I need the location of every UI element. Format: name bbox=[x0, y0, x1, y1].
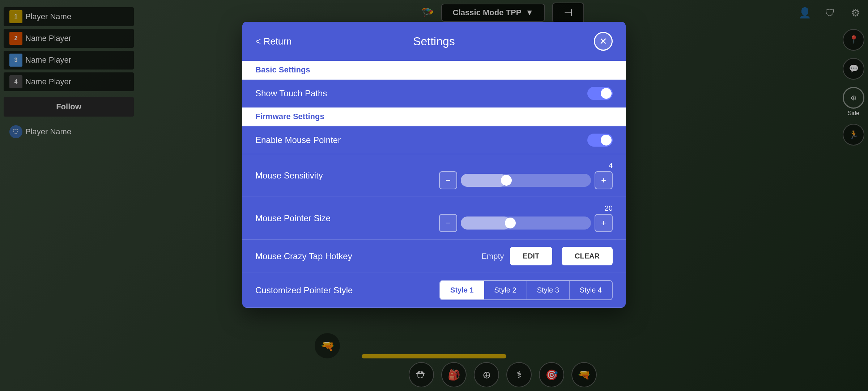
toggle-knob bbox=[601, 88, 612, 99]
slider-controls-sensitivity: − + bbox=[439, 171, 613, 189]
mouse-crazy-tap-label: Mouse Crazy Tap Hotkey bbox=[255, 251, 352, 261]
hotkey-controls: Empty EDIT CLEAR bbox=[481, 247, 613, 265]
size-slider-fill bbox=[461, 216, 510, 230]
mouse-pointer-size-label: Mouse Pointer Size bbox=[255, 213, 331, 223]
size-increase-button[interactable]: + bbox=[595, 214, 613, 232]
settings-modal: < Return Settings ✕ Basic Settings Show … bbox=[242, 22, 626, 308]
basic-settings-label: Basic Settings bbox=[242, 61, 626, 79]
mouse-pointer-size-value: 20 bbox=[439, 204, 613, 213]
pointer-style-label: Customized Pointer Style bbox=[255, 285, 353, 295]
mouse-toggle-knob bbox=[601, 135, 612, 146]
firmware-settings-label: Firmware Settings bbox=[242, 108, 626, 126]
close-button[interactable]: ✕ bbox=[594, 32, 613, 51]
show-touch-paths-row: Show Touch Paths bbox=[242, 80, 626, 108]
enable-mouse-pointer-toggle[interactable] bbox=[587, 134, 613, 147]
sensitivity-slider-thumb[interactable] bbox=[501, 175, 512, 186]
enable-mouse-pointer-label: Enable Mouse Pointer bbox=[255, 135, 341, 145]
modal-header: < Return Settings ✕ bbox=[242, 22, 626, 61]
show-touch-paths-toggle[interactable] bbox=[587, 87, 613, 100]
mouse-pointer-size-row: Mouse Pointer Size 20 − + bbox=[242, 197, 626, 240]
mouse-crazy-tap-row: Mouse Crazy Tap Hotkey Empty EDIT CLEAR bbox=[242, 240, 626, 273]
mouse-sensitivity-label: Mouse Sensitivity bbox=[255, 171, 323, 181]
modal-overlay: < Return Settings ✕ Basic Settings Show … bbox=[0, 0, 868, 391]
style-option-3[interactable]: Style 3 bbox=[527, 281, 570, 299]
pointer-style-row: Customized Pointer Style Style 1 Style 2… bbox=[242, 273, 626, 308]
sensitivity-decrease-button[interactable]: − bbox=[439, 171, 457, 189]
mouse-sensitivity-control: 4 − + bbox=[439, 161, 613, 189]
size-slider-track[interactable] bbox=[461, 216, 591, 230]
mouse-sensitivity-row: Mouse Sensitivity 4 − + bbox=[242, 154, 626, 197]
style-option-2[interactable]: Style 2 bbox=[484, 281, 527, 299]
hotkey-clear-button[interactable]: CLEAR bbox=[562, 247, 613, 265]
mouse-sensitivity-value: 4 bbox=[439, 161, 613, 170]
sensitivity-slider-track[interactable] bbox=[461, 174, 591, 187]
style-option-4[interactable]: Style 4 bbox=[570, 281, 612, 299]
close-icon: ✕ bbox=[599, 36, 607, 47]
mouse-pointer-size-control: 20 − + bbox=[439, 204, 613, 232]
style-selector: Style 1 Style 2 Style 3 Style 4 bbox=[439, 280, 613, 300]
sensitivity-increase-button[interactable]: + bbox=[595, 171, 613, 189]
sensitivity-slider-fill bbox=[461, 174, 506, 187]
style-option-1[interactable]: Style 1 bbox=[440, 281, 484, 299]
show-touch-paths-label: Show Touch Paths bbox=[255, 88, 327, 98]
hotkey-edit-button[interactable]: EDIT bbox=[510, 247, 553, 265]
hotkey-value: Empty bbox=[481, 252, 504, 261]
return-button[interactable]: < Return bbox=[255, 36, 292, 47]
size-slider-thumb[interactable] bbox=[505, 218, 516, 228]
size-decrease-button[interactable]: − bbox=[439, 214, 457, 232]
enable-mouse-pointer-row: Enable Mouse Pointer bbox=[242, 126, 626, 154]
modal-title: Settings bbox=[413, 35, 455, 48]
slider-controls-size: − + bbox=[439, 214, 613, 232]
